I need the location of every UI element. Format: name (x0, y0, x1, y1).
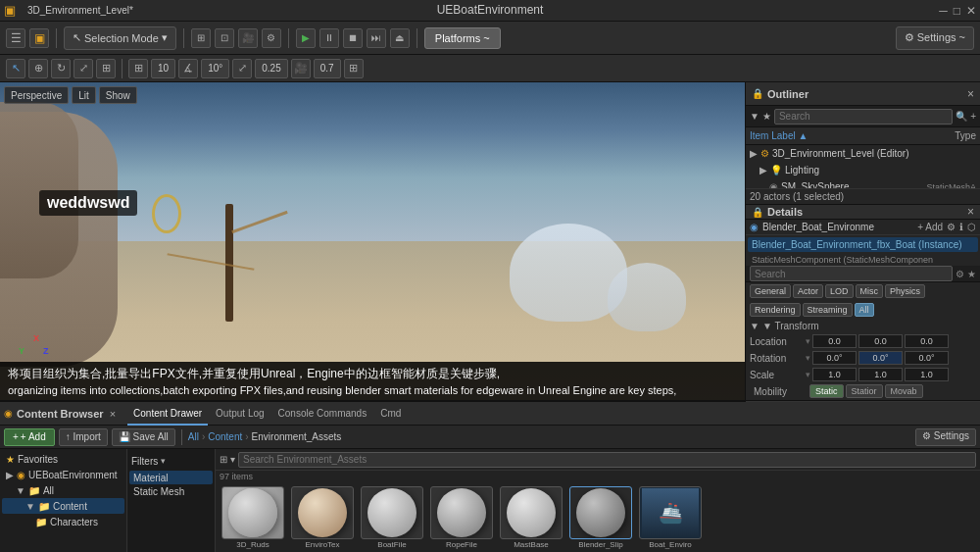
angle-snap[interactable]: ∡ (178, 59, 198, 78)
sidebar-all[interactable]: ▼ 📁 All (2, 482, 124, 498)
location-x[interactable] (812, 334, 857, 348)
transform-move[interactable]: ⊕ (28, 59, 48, 78)
all-tab[interactable]: All (855, 303, 874, 317)
sidebar-favorites[interactable]: ★ Favorites (2, 451, 124, 467)
streaming-tab[interactable]: Streaming (803, 303, 853, 317)
cb-settings-btn[interactable]: ⚙ Settings (915, 428, 976, 446)
asset-item-1[interactable]: EnviroTex (289, 486, 356, 549)
rotation-x[interactable] (812, 351, 857, 365)
asset-search-input[interactable] (238, 452, 976, 468)
output-log-tab[interactable]: Output Log (210, 402, 270, 426)
asset-item-4[interactable]: MastBase (498, 486, 564, 549)
outliner-search-input[interactable] (774, 109, 953, 125)
play-icon[interactable]: ▶ (296, 28, 316, 48)
sidebar-ue[interactable]: ▶ ◉ UEBoatEnvironment (2, 467, 124, 482)
add-component-btn[interactable]: + Add (917, 222, 943, 232)
show-btn[interactable]: Show (99, 86, 137, 104)
scale-arrow[interactable]: ▾ (806, 370, 810, 379)
options-icon[interactable]: ⚙ (947, 222, 956, 232)
perspective-btn[interactable]: Perspective (4, 86, 69, 104)
settings-btn[interactable]: ⚙ Settings ~ (896, 26, 974, 50)
grid-icon[interactable]: ⊞ (191, 28, 211, 48)
selection-mode-btn[interactable]: ↖ Selection Mode ▾ (64, 26, 176, 50)
minimize-btn[interactable]: ─ (939, 4, 948, 18)
platforms-btn[interactable]: Platforms ~ (424, 27, 501, 49)
ol-root[interactable]: ▶ ⚙ 3D_Environment_Level (Editor) (746, 145, 980, 162)
cb-add-btn[interactable]: + + Add (4, 428, 55, 446)
cb-save-btn[interactable]: 💾 Save All (112, 428, 175, 446)
sidebar-content[interactable]: ▼ 📁 Content (2, 498, 124, 514)
filter-icon2[interactable]: ▾ (230, 454, 235, 465)
cb-import-btn[interactable]: ↑ Import (59, 428, 108, 446)
scale-y[interactable] (858, 368, 903, 381)
general-tab[interactable]: General (750, 284, 791, 298)
angle-value[interactable]: 10° (201, 59, 229, 78)
build-icon[interactable]: ⚙ (262, 28, 281, 48)
rot-arrow[interactable]: ▾ (806, 353, 810, 363)
maximize-btn[interactable]: □ (954, 4, 960, 18)
grid-value[interactable]: 10 (151, 59, 175, 78)
asset-item-5[interactable]: Blender_Slip (567, 486, 634, 549)
details-search-input[interactable] (750, 266, 953, 281)
actor-tab[interactable]: Actor (793, 284, 823, 298)
camera-icon[interactable]: 🎥 (238, 28, 258, 48)
lod-tab[interactable]: LOD (825, 284, 854, 298)
cam-value[interactable]: 0.7 (314, 59, 341, 78)
asset-item-6[interactable]: 🚢 Boat_Enviro (637, 486, 704, 549)
close-btn[interactable]: ✕ (966, 4, 976, 18)
movable-btn[interactable]: Movab (885, 384, 923, 398)
sort-icon[interactable]: ⊞ (220, 454, 227, 465)
browse-icon[interactable]: ⬡ (967, 222, 976, 232)
scale-x[interactable] (812, 368, 857, 381)
bc-all[interactable]: All (188, 431, 199, 442)
eject-icon[interactable]: ⏏ (390, 28, 410, 48)
loc-arrow[interactable]: ▾ (806, 336, 810, 346)
console-tab[interactable]: Console Commands (272, 402, 373, 426)
grid-snap[interactable]: ⊞ (128, 59, 148, 78)
skip-icon[interactable]: ⏭ (367, 28, 386, 48)
rendering-tab[interactable]: Rendering (750, 303, 801, 317)
stationary-btn[interactable]: Statior (846, 384, 883, 398)
info-icon[interactable]: ℹ (959, 222, 963, 232)
asset-item-0[interactable]: 3D_Ruds (220, 486, 286, 549)
rotation-y[interactable] (858, 351, 903, 365)
hamburger-menu[interactable]: ☰ (6, 28, 25, 48)
lit-btn[interactable]: Lit (72, 86, 96, 104)
stop-icon[interactable]: ⏹ (343, 28, 363, 48)
cmd-tab[interactable]: Cmd (374, 402, 407, 426)
sidebar-characters[interactable]: 📁 Characters (2, 514, 124, 529)
transform-select[interactable]: ↖ (6, 59, 25, 78)
asset-item-3[interactable]: RopeFile (428, 486, 495, 549)
cb-close-btn[interactable]: × (110, 408, 116, 420)
transform-all[interactable]: ⊞ (96, 59, 116, 78)
add-icon[interactable]: + (970, 111, 976, 122)
snap-icon[interactable]: ⊡ (215, 28, 234, 48)
scale-z[interactable] (905, 368, 949, 381)
transform-rotate[interactable]: ↻ (51, 59, 71, 78)
ol-skysphere[interactable]: ◉ SM_SkySphere StaticMeshA (746, 178, 980, 188)
ol-lighting[interactable]: ▶ 💡 Lighting (746, 162, 980, 178)
outliner-close-btn[interactable]: × (967, 87, 974, 101)
scale-value[interactable]: 0.25 (255, 59, 287, 78)
transform-scale[interactable]: ⤢ (74, 59, 93, 78)
filter-material[interactable]: Material (129, 471, 213, 484)
static-btn[interactable]: Static (809, 384, 844, 398)
ue-icon[interactable]: ▣ (29, 28, 49, 48)
search-icon[interactable]: 🔍 (956, 111, 967, 122)
cam-speed[interactable]: 🎥 (291, 59, 311, 78)
location-z[interactable] (905, 334, 949, 348)
content-drawer-tab[interactable]: Content Drawer (127, 402, 208, 426)
physics-tab[interactable]: Physics (885, 284, 925, 298)
pause-icon[interactable]: ⏸ (319, 28, 339, 48)
view-options[interactable]: ⊞ (344, 59, 364, 78)
misc-tab[interactable]: Misc (856, 284, 884, 298)
asset-item-2[interactable]: BoatFile (359, 486, 425, 549)
filter-expand[interactable]: ▾ (161, 456, 166, 466)
location-y[interactable] (858, 334, 903, 348)
rotation-z[interactable] (905, 351, 949, 365)
details-close-btn[interactable]: × (967, 205, 974, 219)
bc-content[interactable]: Content (208, 431, 242, 442)
filter-static-mesh[interactable]: Static Mesh (129, 484, 213, 498)
viewport[interactable]: weddwswd Perspective Lit Show X Y Z 将项目组… (0, 82, 745, 400)
scale-snap[interactable]: ⤢ (232, 59, 252, 78)
